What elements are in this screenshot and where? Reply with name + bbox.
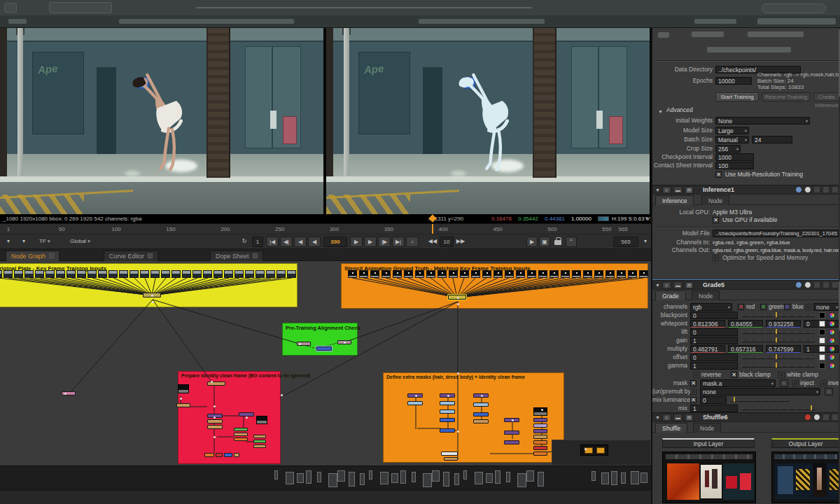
swatch-button[interactable] bbox=[819, 329, 825, 335]
film-thumb[interactable] bbox=[0, 270, 2, 278]
film-thumb[interactable] bbox=[46, 270, 55, 278]
film-thumb[interactable] bbox=[56, 270, 65, 278]
frame-out-field[interactable]: 565 bbox=[613, 237, 638, 247]
model-size-dropdown[interactable]: Large▾ bbox=[715, 127, 749, 134]
film-thumb[interactable] bbox=[438, 270, 447, 278]
reverse-checkbox[interactable] bbox=[693, 372, 699, 378]
grade-slider[interactable] bbox=[742, 364, 815, 368]
loop-mode-button[interactable]: ↻ bbox=[239, 237, 249, 247]
graph-node[interactable] bbox=[207, 382, 225, 386]
graph-node[interactable] bbox=[533, 429, 547, 433]
lock-range-icon[interactable] bbox=[554, 240, 561, 245]
graph-node[interactable] bbox=[62, 391, 76, 396]
film-thumb[interactable] bbox=[24, 270, 34, 278]
curves-icon[interactable]: ▤ bbox=[685, 414, 694, 421]
step-forward-button[interactable]: ▶ bbox=[364, 237, 377, 247]
film-thumb[interactable] bbox=[572, 270, 581, 278]
grade-slider[interactable] bbox=[742, 330, 815, 334]
float-panel-icon[interactable] bbox=[813, 186, 820, 193]
tab-dope-sheet[interactable]: Dope Sheet bbox=[210, 251, 263, 261]
film-thumb[interactable] bbox=[119, 270, 128, 278]
graph-node[interactable] bbox=[440, 401, 455, 405]
graph-node[interactable] bbox=[316, 346, 332, 351]
mask-checkbox[interactable] bbox=[690, 380, 696, 386]
batch-size-mode-dropdown[interactable]: Manual▾ bbox=[715, 136, 749, 144]
close-icon[interactable] bbox=[148, 253, 153, 258]
chevron-down-icon[interactable]: ▼ bbox=[644, 214, 650, 223]
grade-value-field[interactable]: 0 bbox=[690, 312, 738, 319]
graph-node[interactable] bbox=[234, 428, 248, 431]
prev-keyframe-button[interactable]: ◀| bbox=[280, 237, 293, 247]
graph-node[interactable] bbox=[207, 419, 223, 424]
color-wheel-icon[interactable] bbox=[829, 363, 835, 369]
toolbar-slider[interactable] bbox=[196, 7, 532, 8]
premult-op-button[interactable]: = bbox=[825, 388, 833, 396]
create-inference-button[interactable]: Create Inference bbox=[813, 92, 840, 102]
start-training-button[interactable]: Start Training bbox=[715, 92, 759, 102]
film-thumb[interactable] bbox=[255, 270, 265, 278]
graph-node[interactable] bbox=[204, 453, 214, 457]
swatch-button[interactable] bbox=[819, 321, 825, 327]
use-gpu-checkbox[interactable] bbox=[713, 217, 719, 223]
mix-field[interactable]: 1 bbox=[690, 405, 738, 412]
record-icon[interactable] bbox=[804, 414, 811, 421]
film-thumb[interactable] bbox=[359, 270, 368, 278]
viewer-layer-dropdown[interactable]: ▾ bbox=[3, 237, 14, 247]
help-icon[interactable] bbox=[804, 281, 811, 288]
graph-node[interactable] bbox=[533, 446, 547, 450]
close-panel-icon[interactable] bbox=[832, 281, 839, 288]
swatch-button[interactable] bbox=[819, 346, 825, 352]
film-thumb[interactable] bbox=[460, 270, 469, 278]
toolbar-dropdown[interactable] bbox=[762, 4, 826, 13]
red-channel-checkbox[interactable] bbox=[738, 304, 744, 310]
increment-forward-button[interactable]: ▶▶ bbox=[455, 237, 466, 247]
color-wheel-icon[interactable] bbox=[829, 312, 835, 318]
film-thumb[interactable] bbox=[245, 270, 254, 278]
minimize-icon[interactable] bbox=[822, 186, 830, 193]
graph-node[interactable] bbox=[440, 428, 455, 433]
range-scope-dropdown[interactable]: Global ▾ bbox=[70, 237, 90, 247]
viewer-image-original[interactable]: Ape P bbox=[0, 28, 323, 214]
film-thumb[interactable] bbox=[583, 270, 592, 278]
film-thumb[interactable] bbox=[370, 270, 379, 278]
film-thumb[interactable] bbox=[234, 270, 244, 278]
graph-node[interactable] bbox=[234, 433, 248, 436]
viewer-canvas[interactable]: Ape P Ape bbox=[0, 28, 651, 214]
increment-back-button[interactable]: ◀◀ bbox=[427, 237, 438, 247]
fullscreen-button[interactable]: ⌃ bbox=[566, 237, 577, 247]
graph-node[interactable] bbox=[473, 419, 489, 424]
output-layer-header[interactable]: Output Layer bbox=[771, 438, 840, 448]
film-thumb[interactable] bbox=[493, 270, 503, 278]
tab-node[interactable]: Node bbox=[693, 423, 721, 433]
swatch-button[interactable] bbox=[819, 337, 825, 344]
inject-checkbox[interactable] bbox=[792, 380, 799, 386]
film-thumb[interactable] bbox=[505, 270, 514, 278]
graph-node[interactable] bbox=[216, 453, 223, 457]
film-thumb[interactable] bbox=[606, 270, 615, 278]
color-wheel-icon[interactable] bbox=[829, 346, 835, 352]
graph-node[interactable] bbox=[224, 453, 232, 457]
help-icon[interactable] bbox=[813, 414, 820, 421]
film-thumb[interactable] bbox=[449, 270, 458, 278]
playback-mode-button[interactable]: ▶ bbox=[526, 237, 538, 247]
film-thumb[interactable] bbox=[130, 270, 139, 278]
collapse-triangle-icon[interactable]: ▼ bbox=[655, 188, 660, 192]
film-thumb[interactable] bbox=[66, 270, 76, 278]
film-thumb[interactable] bbox=[287, 270, 296, 278]
graph-node[interactable] bbox=[253, 440, 266, 443]
graph-node[interactable] bbox=[473, 412, 489, 416]
film-thumb[interactable] bbox=[266, 270, 275, 278]
film-thumb[interactable] bbox=[108, 270, 118, 278]
graph-node[interactable] bbox=[176, 403, 190, 407]
help-icon[interactable] bbox=[804, 186, 811, 193]
stop-button[interactable]: ○ bbox=[406, 237, 419, 247]
resume-training-button[interactable]: Resume Training bbox=[762, 92, 811, 102]
multires-checkbox[interactable] bbox=[715, 172, 722, 178]
color-wheel-icon[interactable] bbox=[829, 354, 835, 360]
graph-node[interactable] bbox=[253, 435, 266, 438]
grade-value-field[interactable]: 0.657316 bbox=[728, 345, 763, 353]
node-color-icon[interactable]: ▬ bbox=[673, 414, 682, 421]
black-clamp-checkbox[interactable] bbox=[731, 372, 737, 378]
film-thumb[interactable] bbox=[561, 270, 570, 278]
tab-node-graph[interactable]: Node Graph bbox=[6, 251, 59, 261]
